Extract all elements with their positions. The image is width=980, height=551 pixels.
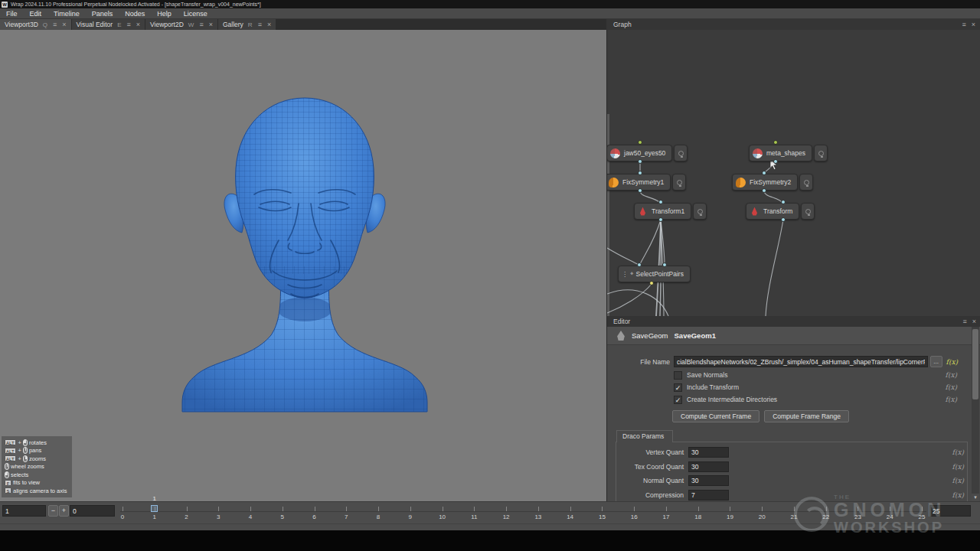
browse-button[interactable]: ... [930,356,942,367]
file-name-input[interactable] [674,356,928,367]
node-connector-dot[interactable] [781,200,786,204]
tab-close-icon[interactable]: × [136,21,140,28]
frame-tick [538,507,539,511]
panel-menu-icon[interactable]: ≡ [962,318,966,325]
navigation-hints-overlay: ALT+ rotatesALT+ pansALT+ zooms wheel zo… [2,436,72,497]
checkbox[interactable] [674,371,682,380]
node-connector-dot[interactable] [637,262,642,267]
param-value-input[interactable] [688,475,729,486]
frame-increment-button[interactable]: + [59,505,69,517]
frame-tick [443,507,443,511]
graph-node-fixsymmetry1[interactable]: FixSymmetry1 [606,174,686,191]
draco-params-tab[interactable]: Draco Params [616,430,673,442]
end-frame-input[interactable] [929,505,971,517]
node-connector-dot[interactable] [762,188,766,193]
graph-node-transform1[interactable]: Transform1 [634,203,707,220]
menu-license[interactable]: License [178,10,214,18]
tab-shortcut: R [248,21,253,28]
fx-expression-button[interactable]: f(x) [946,371,957,379]
frame-number: 13 [531,514,546,520]
node-connector-dot[interactable] [762,171,766,175]
editor-node-title-row: SaveGeom SaveGeom1 [607,327,980,345]
tab-menu-icon[interactable]: ≡ [199,21,203,28]
fx-expression-button[interactable]: f(x) [952,491,964,499]
node-visibility-toggle[interactable] [693,203,707,220]
tab-viewport2d[interactable]: Viewport2D W ≡ × [145,19,217,30]
node-visibility-toggle[interactable] [672,174,686,191]
menu-panels[interactable]: Panels [86,10,119,18]
fx-expression-button[interactable]: f(x) [952,477,964,484]
param-value-input[interactable] [688,461,729,472]
node-connector-dot[interactable] [658,217,663,222]
node-connector-dot[interactable] [781,217,786,222]
menu-nodes[interactable]: Nodes [119,10,151,18]
node-label: Transform1 [652,207,684,215]
node-connector-dot[interactable] [638,188,642,193]
frame-tick [506,507,507,511]
fx-expression-button[interactable]: f(x) [952,463,964,471]
scroll-down-arrow-icon[interactable]: ▾ [972,494,979,501]
frame-decrement-button[interactable]: − [48,505,58,517]
graph-node-transform[interactable]: Transform [746,203,815,220]
geometry-node-icon [753,148,763,158]
start-frame-input[interactable] [70,505,115,517]
graph-node-meta-shapes[interactable]: meta_shapes [749,145,828,161]
node-connector-dot[interactable] [638,159,642,164]
checkbox-rows: Save Normalsf(x)✓Include Transformf(x)✓C… [674,369,957,406]
head-mesh-3d-model[interactable] [175,90,435,416]
param-value-input[interactable] [688,447,729,458]
graph-node-fixsymmetry2[interactable]: FixSymmetry2 [732,174,813,191]
tab-close-icon[interactable]: × [62,21,66,28]
tab-gallery[interactable]: Gallery R ≡ × [218,19,276,30]
tab-viewport3d[interactable]: Viewport3D Q ≡ × [0,19,71,30]
frame-tick [187,507,188,511]
checkbox[interactable]: ✓ [674,396,682,404]
tab-menu-icon[interactable]: ≡ [258,21,262,28]
graph-node-selectpointpairs[interactable]: ⋮ ⌖ SelectPointPairs [618,266,691,282]
node-visibility-toggle[interactable] [674,145,688,161]
fx-expression-button[interactable]: f(x) [946,383,957,391]
panel-close-icon[interactable]: × [972,21,975,28]
tab-menu-icon[interactable]: ≡ [53,21,57,28]
node-connector-dot[interactable] [773,159,778,164]
frame-number: 5 [275,514,290,520]
node-graph-panel[interactable]: jaw50_eyes50 meta_shapes FixSymmetry1 Fi… [606,30,980,316]
tab-close-icon[interactable]: × [267,21,271,28]
panel-menu-icon[interactable]: ≡ [962,21,965,28]
menu-file[interactable]: File [0,10,24,18]
tab-menu-icon[interactable]: ≡ [126,21,130,28]
menu-timeline[interactable]: Timeline [47,10,86,18]
select-point-pairs-icon: ⌖ [630,270,634,278]
editor-scrollbar[interactable]: ▾ [972,327,979,501]
node-output-dot[interactable] [638,140,642,145]
node-output-dot[interactable] [773,140,778,145]
node-visibility-toggle[interactable] [801,203,815,220]
fx-expression-button[interactable]: f(x) [946,358,958,366]
param-value-input[interactable] [688,490,729,500]
node-connector-dot[interactable] [658,200,663,204]
graph-node-jaw50-eyes50[interactable]: jaw50_eyes50 [606,145,688,161]
node-connector-dot[interactable] [649,281,654,285]
fx-expression-button[interactable]: f(x) [946,396,957,403]
viewport-3d[interactable]: ALT+ rotatesALT+ pansALT+ zooms wheel zo… [0,30,606,501]
node-connector-dot[interactable] [638,171,642,175]
checkbox[interactable]: ✓ [674,383,682,392]
menu-edit[interactable]: Edit [24,10,48,18]
tab-visual-editor[interactable]: Visual Editor E ≡ × [72,19,145,30]
playhead-marker[interactable] [151,505,158,512]
compute-current-frame-button[interactable]: Compute Current Frame [672,410,760,422]
frame-number: 16 [626,514,642,520]
scrollbar-thumb[interactable] [972,329,978,399]
node-visibility-toggle[interactable] [799,174,813,191]
menu-help[interactable]: Help [151,10,178,18]
panel-close-icon[interactable]: × [972,318,976,325]
checkbox-label: Save Normals [687,371,727,379]
node-visibility-toggle[interactable] [814,145,828,161]
lightbulb-icon [697,209,703,214]
node-name: SaveGeom1 [675,331,716,340]
node-connector-dot[interactable] [662,262,667,267]
compute-frame-range-button[interactable]: Compute Frame Range [764,410,849,422]
fx-expression-button[interactable]: f(x) [952,448,964,456]
tab-close-icon[interactable]: × [209,21,213,28]
current-frame-input[interactable] [2,505,46,517]
